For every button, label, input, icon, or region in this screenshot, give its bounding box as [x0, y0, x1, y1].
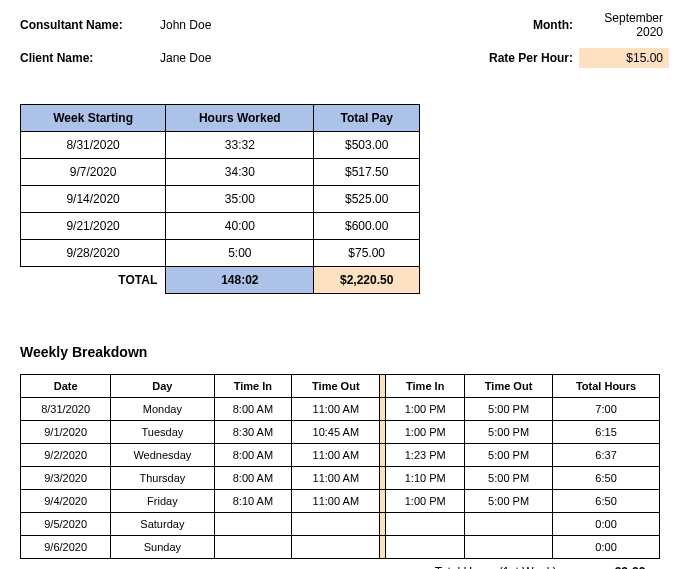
summary-total-hours: 148:02 [166, 267, 314, 294]
summary-cell-week: 8/31/2020 [21, 132, 166, 159]
breakdown-header-time-out-1: Time Out [292, 375, 380, 398]
breakdown-cell-out1 [292, 513, 380, 536]
breakdown-cell-date: 9/2/2020 [21, 444, 111, 467]
client-name-label: Client Name: [20, 51, 160, 65]
breakdown-cell-in1 [214, 536, 292, 559]
month-value: September 2020 [579, 8, 669, 42]
summary-cell-hours: 40:00 [166, 213, 314, 240]
breakdown-row: 8/31/2020 Monday 8:00 AM 11:00 AM 1:00 P… [21, 398, 660, 421]
breakdown-header-total-hours: Total Hours [553, 375, 660, 398]
breakdown-cell-in2: 1:00 PM [386, 421, 465, 444]
breakdown-cell-day: Wednesday [111, 444, 214, 467]
breakdown-cell-in2 [386, 536, 465, 559]
breakdown-header-day: Day [111, 375, 214, 398]
summary-cell-hours: 5:00 [166, 240, 314, 267]
breakdown-header-time-in-2: Time In [386, 375, 465, 398]
header-row-1: Consultant Name: John Doe Month: Septemb… [20, 8, 669, 42]
breakdown-cell-total: 6:37 [553, 444, 660, 467]
breakdown-cell-out2: 5:00 PM [465, 421, 553, 444]
breakdown-cell-day: Friday [111, 490, 214, 513]
summary-row: 9/14/2020 35:00 $525.00 [21, 186, 420, 213]
breakdown-cell-out2: 5:00 PM [465, 444, 553, 467]
summary-total-label: TOTAL [21, 267, 166, 294]
breakdown-cell-out1: 11:00 AM [292, 444, 380, 467]
summary-cell-pay: $525.00 [314, 186, 420, 213]
month-label: Month: [533, 18, 579, 32]
breakdown-header-time-out-2: Time Out [465, 375, 553, 398]
breakdown-cell-in1 [214, 513, 292, 536]
breakdown-cell-date: 9/5/2020 [21, 513, 111, 536]
breakdown-row: 9/2/2020 Wednesday 8:00 AM 11:00 AM 1:23… [21, 444, 660, 467]
summary-row: 9/21/2020 40:00 $600.00 [21, 213, 420, 240]
breakdown-cell-out1: 11:00 AM [292, 490, 380, 513]
breakdown-cell-out2: 5:00 PM [465, 467, 553, 490]
breakdown-cell-in2 [386, 513, 465, 536]
breakdown-row: 9/1/2020 Tuesday 8:30 AM 10:45 AM 1:00 P… [21, 421, 660, 444]
breakdown-cell-date: 9/1/2020 [21, 421, 111, 444]
summary-cell-hours: 33:32 [166, 132, 314, 159]
client-name-value: Jane Doe [160, 51, 280, 65]
breakdown-cell-total: 7:00 [553, 398, 660, 421]
summary-cell-week: 9/28/2020 [21, 240, 166, 267]
breakdown-cell-in1: 8:30 AM [214, 421, 292, 444]
breakdown-cell-in1: 8:00 AM [214, 444, 292, 467]
breakdown-cell-out1 [292, 536, 380, 559]
weekly-breakdown-title: Weekly Breakdown [20, 344, 669, 360]
rate-label: Rate Per Hour: [489, 51, 579, 65]
breakdown-header-date: Date [21, 375, 111, 398]
breakdown-cell-day: Saturday [111, 513, 214, 536]
summary-header-week: Week Starting [21, 105, 166, 132]
breakdown-cell-out2 [465, 513, 553, 536]
breakdown-cell-total: 0:00 [553, 513, 660, 536]
breakdown-cell-out1: 11:00 AM [292, 398, 380, 421]
summary-header-hours: Hours Worked [166, 105, 314, 132]
breakdown-row: 9/4/2020 Friday 8:10 AM 11:00 AM 1:00 PM… [21, 490, 660, 513]
breakdown-cell-in1: 8:00 AM [214, 467, 292, 490]
summary-cell-week: 9/21/2020 [21, 213, 166, 240]
summary-table: Week Starting Hours Worked Total Pay 8/3… [20, 104, 420, 294]
breakdown-cell-total: 6:50 [553, 490, 660, 513]
breakdown-row: 9/5/2020 Saturday 0:00 [21, 513, 660, 536]
summary-cell-pay: $503.00 [314, 132, 420, 159]
summary-cell-week: 9/14/2020 [21, 186, 166, 213]
summary-header-pay: Total Pay [314, 105, 420, 132]
breakdown-cell-in2: 1:23 PM [386, 444, 465, 467]
breakdown-cell-date: 8/31/2020 [21, 398, 111, 421]
breakdown-cell-date: 9/3/2020 [21, 467, 111, 490]
breakdown-cell-out1: 11:00 AM [292, 467, 380, 490]
breakdown-cell-total: 6:15 [553, 421, 660, 444]
breakdown-cell-day: Monday [111, 398, 214, 421]
breakdown-table: Date Day Time In Time Out Time In Time O… [20, 374, 660, 559]
summary-row: 9/7/2020 34:30 $517.50 [21, 159, 420, 186]
breakdown-cell-day: Tuesday [111, 421, 214, 444]
breakdown-cell-total: 0:00 [553, 536, 660, 559]
summary-cell-pay: $600.00 [314, 213, 420, 240]
summary-total-row: TOTAL 148:02 $2,220.50 [21, 267, 420, 294]
breakdown-header-time-in-1: Time In [214, 375, 292, 398]
consultant-name-label: Consultant Name: [20, 18, 160, 32]
summary-row: 9/28/2020 5:00 $75.00 [21, 240, 420, 267]
consultant-name-value: John Doe [160, 18, 280, 32]
breakdown-row: 9/6/2020 Sunday 0:00 [21, 536, 660, 559]
summary-total-pay: $2,220.50 [314, 267, 420, 294]
breakdown-cell-in2: 1:00 PM [386, 398, 465, 421]
breakdown-cell-out1: 10:45 AM [292, 421, 380, 444]
summary-cell-hours: 35:00 [166, 186, 314, 213]
breakdown-cell-out2 [465, 536, 553, 559]
breakdown-total-value: 33:32 [600, 565, 660, 569]
breakdown-cell-in2: 1:00 PM [386, 490, 465, 513]
breakdown-cell-in1: 8:00 AM [214, 398, 292, 421]
breakdown-cell-day: Thursday [111, 467, 214, 490]
breakdown-row: 9/3/2020 Thursday 8:00 AM 11:00 AM 1:10 … [21, 467, 660, 490]
breakdown-cell-out2: 5:00 PM [465, 490, 553, 513]
breakdown-cell-in2: 1:10 PM [386, 467, 465, 490]
rate-value: $15.00 [579, 48, 669, 68]
header-row-2: Client Name: Jane Doe Rate Per Hour: $15… [20, 48, 669, 68]
breakdown-cell-total: 6:50 [553, 467, 660, 490]
summary-cell-week: 9/7/2020 [21, 159, 166, 186]
breakdown-cell-out2: 5:00 PM [465, 398, 553, 421]
breakdown-cell-date: 9/4/2020 [21, 490, 111, 513]
summary-cell-pay: $75.00 [314, 240, 420, 267]
summary-row: 8/31/2020 33:32 $503.00 [21, 132, 420, 159]
summary-cell-hours: 34:30 [166, 159, 314, 186]
